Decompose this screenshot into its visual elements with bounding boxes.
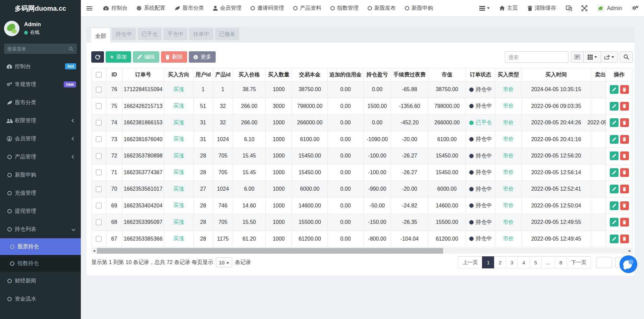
page-button-1[interactable]: 1 — [482, 256, 494, 268]
tab-平仓中[interactable]: 平仓中 — [163, 28, 187, 40]
next-page-button[interactable]: 下一页 — [567, 256, 591, 268]
column-header[interactable]: 订单号 — [122, 68, 164, 81]
column-header[interactable]: 产品id — [213, 68, 233, 81]
row-edit-button[interactable] — [610, 151, 619, 160]
topnav-item-系统配置[interactable]: 系统配置 — [137, 5, 165, 12]
column-header[interactable]: 买入时间 — [522, 68, 591, 81]
column-header[interactable]: 手续费过夜费 — [391, 68, 428, 81]
nav-home[interactable]: 主页 — [499, 5, 518, 12]
toggle-view-button[interactable] — [571, 51, 584, 63]
nav-list-dropdown[interactable] — [479, 6, 490, 11]
sidebar-item-控制台[interactable]: 控制台hot — [0, 57, 81, 75]
row-checkbox[interactable] — [96, 219, 102, 225]
nav-user[interactable]: Admin — [597, 5, 622, 12]
tab-已撤单[interactable]: 已撤单 — [215, 28, 239, 40]
add-button[interactable]: +添加 — [106, 51, 131, 63]
page-button-2[interactable]: 2 — [494, 256, 506, 268]
row-delete-button[interactable] — [620, 201, 629, 210]
row-edit-button[interactable] — [610, 102, 619, 111]
column-header[interactable]: 买入数量 — [266, 68, 292, 81]
row-delete-button[interactable] — [620, 218, 629, 227]
sidebar-item-指数持仓[interactable]: 指数持仓 — [0, 255, 81, 272]
row-checkbox[interactable] — [96, 120, 102, 126]
row-edit-button[interactable] — [610, 185, 619, 193]
column-header[interactable]: 市值 — [428, 68, 466, 81]
row-edit-button[interactable] — [610, 168, 619, 177]
column-header[interactable]: 持仓盈亏 — [364, 68, 391, 81]
sidebar-item-新股申购[interactable]: 新股申购 — [0, 166, 81, 184]
scrollbar-thumb[interactable] — [97, 248, 443, 254]
row-checkbox[interactable] — [96, 136, 102, 142]
topnav-item-产品资料[interactable]: 产品资料 — [293, 5, 321, 12]
row-edit-button[interactable] — [610, 218, 619, 227]
row-edit-button[interactable] — [610, 135, 619, 144]
topnav-item-邀请码管理[interactable]: 邀请码管理 — [251, 5, 284, 12]
more-button[interactable]: 更多 — [189, 51, 216, 63]
sidebar-item-常规管理[interactable]: 常规管理new — [0, 75, 81, 93]
column-header[interactable]: ID — [106, 68, 122, 81]
row-checkbox[interactable] — [96, 186, 102, 192]
advanced-search-button[interactable] — [620, 51, 633, 63]
row-delete-button[interactable] — [620, 235, 629, 243]
row-checkbox[interactable] — [96, 153, 102, 159]
sidebar-item-持仓列表[interactable]: 持仓列表 — [0, 220, 81, 238]
page-size-select[interactable]: 10 — [216, 257, 232, 267]
tab-挂单中[interactable]: 挂单中 — [189, 28, 213, 40]
row-delete-button[interactable] — [620, 168, 629, 177]
nav-clear-cache[interactable]: 清除缓存 — [528, 5, 556, 12]
edit-button[interactable]: 编辑 — [133, 51, 159, 63]
refresh-button[interactable] — [91, 51, 104, 63]
nav-fullscreen[interactable] — [582, 5, 587, 11]
row-edit-button[interactable] — [610, 201, 619, 210]
topnav-item-新股申购[interactable]: 新股申购 — [405, 5, 433, 12]
tab-已平仓[interactable]: 已平仓 — [138, 28, 162, 40]
row-checkbox[interactable] — [96, 203, 102, 208]
column-header[interactable]: 买入方向 — [164, 68, 194, 81]
scroll-right-arrow[interactable]: ▶ — [627, 248, 633, 254]
row-delete-button[interactable] — [620, 118, 629, 127]
row-edit-button[interactable] — [610, 235, 619, 243]
topnav-item-控制台[interactable]: 控制台 — [103, 5, 127, 12]
tab-持仓中[interactable]: 持仓中 — [112, 28, 136, 40]
row-checkbox[interactable] — [96, 87, 102, 92]
page-button-...[interactable]: ... — [541, 256, 555, 268]
topnav-item-指数管理[interactable]: 指数管理 — [330, 5, 359, 12]
nav-translate[interactable]: 文 — [566, 5, 572, 11]
sidebar-item-产品管理[interactable]: 产品管理 — [0, 148, 81, 166]
row-delete-button[interactable] — [620, 151, 629, 160]
column-header[interactable]: 交易本金 — [292, 68, 328, 81]
row-delete-button[interactable] — [620, 185, 629, 193]
page-button-5[interactable]: 5 — [530, 256, 542, 268]
row-edit-button[interactable] — [610, 118, 619, 127]
row-checkbox[interactable] — [96, 103, 102, 109]
column-header[interactable]: 订单状态 — [466, 68, 495, 81]
column-header[interactable]: 追加的信用金 — [328, 68, 364, 81]
sidebar-item-提现管理[interactable]: 提现管理 — [0, 202, 81, 220]
nav-settings[interactable] — [632, 5, 639, 11]
row-checkbox[interactable] — [96, 170, 102, 175]
page-jump-input[interactable] — [596, 257, 612, 268]
topnav-item-新股发布[interactable]: 新股发布 — [368, 5, 396, 12]
delete-button[interactable]: 删除 — [161, 51, 187, 63]
prev-page-button[interactable]: 上一页 — [458, 256, 482, 268]
tab-全部[interactable]: 全部 — [91, 28, 110, 44]
columns-button[interactable] — [584, 51, 601, 63]
row-delete-button[interactable] — [620, 85, 629, 94]
sidebar-item-充值管理[interactable]: 充值管理 — [0, 184, 81, 202]
sidebar-item-财经新闻[interactable]: 财经新闻 — [0, 272, 81, 290]
row-edit-button[interactable] — [610, 85, 619, 94]
export-button[interactable] — [601, 51, 618, 63]
page-button-4[interactable]: 4 — [518, 256, 530, 268]
search-icon[interactable] — [69, 47, 73, 51]
scroll-left-arrow[interactable]: ◀ — [91, 248, 97, 254]
horizontal-scrollbar[interactable]: ◀ ▶ — [91, 248, 633, 254]
topnav-item-股市分类[interactable]: 股市分类 — [174, 5, 204, 12]
page-button-3[interactable]: 3 — [506, 256, 518, 268]
column-header[interactable]: 买入价格 — [233, 68, 266, 81]
sidebar-item-股市分类[interactable]: 股市分类 — [0, 93, 81, 112]
sidebar-item-权限管理[interactable]: 权限管理 — [0, 112, 81, 130]
chat-widget-button[interactable] — [620, 255, 637, 273]
topnav-item-会员管理[interactable]: 会员管理 — [213, 5, 241, 12]
row-delete-button[interactable] — [620, 102, 629, 111]
row-delete-button[interactable] — [620, 135, 629, 144]
